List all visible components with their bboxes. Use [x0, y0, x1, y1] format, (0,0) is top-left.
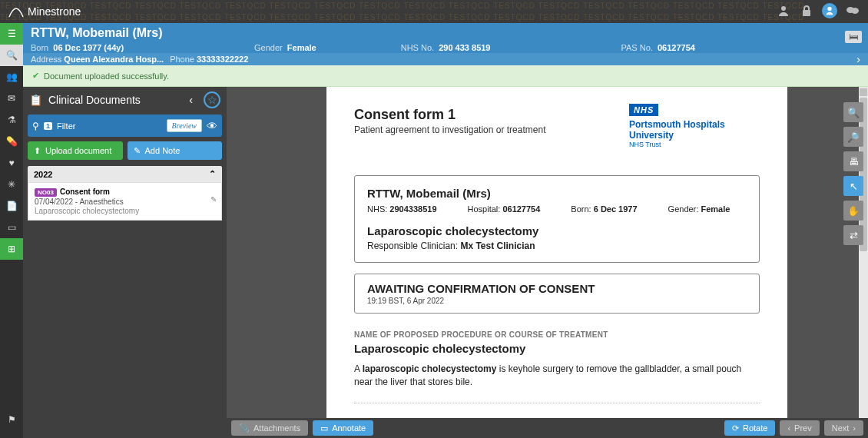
left-nav-rail: ☰ 🔍 👥 ✉ ⚗ 💊 ♥ ✳ 📄 ▭ ⊞ ⚑ [0, 23, 23, 438]
user-icon[interactable] [776, 3, 791, 18]
success-banner: ✔ Document uploaded successfully. [23, 65, 868, 87]
svg-point-4 [851, 8, 859, 14]
patient-address-row[interactable]: Address Queen Alexandra Hosp... Phone 33… [23, 53, 868, 65]
filter-icon: ⚲ [32, 121, 39, 131]
status-title: AWAITING CONFIRMATION OF CONSENT [367, 282, 747, 295]
nhs-org: Portsmouth Hospitals University [629, 119, 760, 141]
document-page: Consent form 1 Patient agreement to inve… [326, 87, 787, 418]
year-group[interactable]: 2022 ⌃ [28, 166, 222, 182]
filter-count-badge: 1 [44, 122, 52, 130]
section-value: Laparoscopic cholecystectomy [354, 342, 760, 355]
preview-button[interactable]: Breview [167, 119, 202, 132]
paperclip-icon: 📎 [239, 423, 250, 433]
svg-point-0 [781, 6, 786, 11]
patients-icon[interactable]: 👥 [0, 66, 23, 88]
check-icon: ✔ [32, 71, 39, 81]
annotate-icon: ▭ [320, 423, 328, 433]
annotate-button[interactable]: ▭Annotate [313, 420, 373, 436]
chevron-left-icon: ‹ [787, 423, 790, 433]
doc-sub: Laparoscopic cholecystectomy [35, 207, 215, 215]
documents-sidebar: 📋 Clinical Documents ‹ ☆ ⚲ 1 Filter Brev… [23, 87, 227, 438]
watermark: TESTQCD TESTQCD TESTQCD TESTQCD TESTQCD … [0, 0, 868, 23]
upload-icon: ⬆ [34, 146, 41, 156]
grid-icon[interactable]: ⊞ [0, 238, 23, 260]
pointer-tool-icon[interactable]: ↖ [843, 176, 863, 196]
rotate-button[interactable]: ⟳Rotate [724, 420, 775, 436]
documents-icon: 📋 [29, 94, 42, 106]
settings-icon[interactable]: ✳ [0, 174, 23, 195]
svg-rect-1 [803, 10, 810, 16]
add-note-button[interactable]: ✎Add Note [128, 141, 223, 160]
banner-text: Document uploaded successfully. [44, 71, 169, 81]
rotate-icon: ⟳ [732, 423, 739, 433]
chevron-up-icon: ⌃ [209, 169, 216, 179]
scroll-arrow-up-icon[interactable] [860, 88, 867, 96]
document-viewer: Consent form 1 Patient agreement to inve… [227, 87, 868, 438]
box-patient-name: RTTW, Mobemail (Mrs) [367, 187, 747, 200]
filter-label: Filter [57, 121, 75, 131]
patient-box: RTTW, Mobemail (Mrs) NHS: 2904338519 Hos… [354, 175, 760, 263]
filter-bar[interactable]: ⚲ 1 Filter Breview 👁 [28, 114, 222, 137]
flag-icon[interactable]: ⚑ [0, 409, 23, 430]
bed-icon[interactable]: 🛏 [845, 31, 862, 43]
zoom-out-icon[interactable]: 🔎 [843, 127, 863, 147]
hand-tool-icon[interactable]: ✋ [843, 201, 863, 221]
print-icon[interactable]: 🖶 [843, 151, 863, 171]
brand-logo: Minestrone [8, 5, 81, 18]
nhs-trust: NHS Trust [629, 141, 760, 148]
document-item[interactable]: NO03Consent form 07/04/2022 - Anaestheti… [28, 182, 222, 221]
share-icon[interactable]: ⇄ [843, 225, 863, 245]
doc-title: Consent form [60, 187, 110, 196]
visibility-icon[interactable]: 👁 [207, 120, 217, 132]
chat-icon[interactable] [845, 3, 860, 18]
upload-button[interactable]: ⬆Upload document [28, 141, 123, 160]
search-icon[interactable]: 🔍 [0, 45, 23, 66]
chevron-right-icon: › [853, 423, 856, 433]
notes-icon[interactable]: ▭ [0, 217, 23, 238]
lock-icon[interactable] [799, 3, 814, 18]
doc-meta: 07/04/2022 - Anaesthetics [35, 197, 215, 206]
nhs-logo: NHS [629, 104, 658, 116]
next-button[interactable]: Next› [824, 420, 863, 436]
docs-icon[interactable]: 📄 [0, 195, 23, 217]
status-timestamp: 19:19 BST, 6 Apr 2022 [367, 297, 747, 305]
zoom-in-icon[interactable]: 🔍 [843, 102, 863, 122]
main-area: 📋 Clinical Documents ‹ ☆ ⚲ 1 Filter Brev… [23, 87, 868, 438]
mail-icon[interactable]: ✉ [0, 88, 23, 109]
meds-icon[interactable]: 💊 [0, 131, 23, 152]
edit-icon[interactable]: ✎ [210, 195, 217, 204]
divider [354, 403, 760, 403]
collapse-icon[interactable]: ‹ [189, 94, 193, 106]
viewer-tools: 🔍 🔎 🖶 ↖ ✋ ⇄ [843, 102, 863, 245]
attachments-button[interactable]: 📎Attachments [231, 420, 308, 436]
patient-subheader: Born 06 Dec 1977 (44y) Gender Female NHS… [23, 42, 868, 53]
menu-icon[interactable]: ☰ [0, 23, 23, 45]
lab-icon[interactable]: ⚗ [0, 109, 23, 131]
section-label: NAME OF PROPOSED PROCEDURE OR COURSE OF … [354, 330, 760, 339]
favourite-icon[interactable]: ☆ [204, 91, 220, 108]
procedure-name: Laparoscopic cholecystectomy [367, 224, 747, 237]
support-icon[interactable] [822, 3, 837, 18]
chevron-right-icon[interactable]: › [856, 53, 860, 65]
nhs-block: NHS Portsmouth Hospitals University NHS … [629, 104, 760, 148]
svg-point-2 [827, 7, 831, 11]
documents-header: 📋 Clinical Documents ‹ ☆ [23, 87, 227, 113]
pencil-icon: ✎ [134, 146, 141, 156]
vitals-icon[interactable]: ♥ [0, 152, 23, 174]
documents-title: Clinical Documents [48, 94, 141, 106]
status-box: AWAITING CONFIRMATION OF CONSENT 19:19 B… [354, 274, 760, 314]
year-label: 2022 [34, 170, 52, 179]
doc-tag: NO03 [35, 188, 57, 197]
procedure-description: A laparoscopic cholecystectomy is keyhol… [354, 363, 760, 389]
viewer-bottom-bar: 📎Attachments ▭Annotate ⟳Rotate ‹Prev Nex… [227, 418, 868, 438]
patient-name: RTTW, Mobemail (Mrs) [31, 26, 860, 40]
prev-button[interactable]: ‹Prev [780, 420, 819, 436]
brand-bar: TESTQCD TESTQCD TESTQCD TESTQCD TESTQCD … [0, 0, 868, 23]
